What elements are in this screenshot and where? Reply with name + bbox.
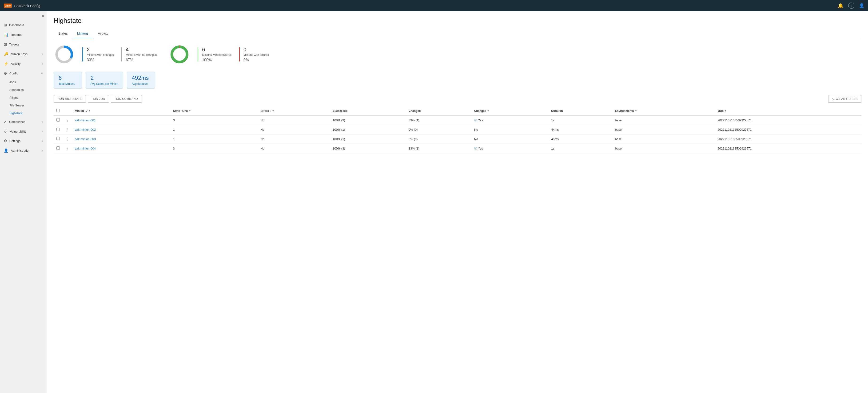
stat-divider-red — [239, 47, 240, 61]
row-menu-button[interactable]: ⋮ — [65, 146, 69, 150]
minion-id-filter-icon[interactable]: ▼ — [88, 110, 91, 112]
nofailures-count: 6 — [202, 47, 231, 53]
table-row: ⋮ salt-minion-001 3 No 100% (3) 33% (1) … — [54, 115, 861, 125]
sidebar-item-label: Dashboard — [9, 23, 24, 27]
user-icon[interactable]: 👤 — [859, 3, 864, 8]
cell-menu: ⋮ — [63, 115, 72, 125]
sidebar-item-label: Minion Keys — [11, 52, 28, 56]
run-highstate-button[interactable]: RUN HIGHSTATE — [54, 95, 86, 103]
environments-filter-icon[interactable]: ▼ — [634, 110, 637, 112]
cell-succeeded: 100% (3) — [330, 115, 406, 125]
cell-environments: base — [612, 115, 715, 125]
state-runs-filter-icon[interactable]: ▼ — [189, 110, 191, 112]
avg-states-label: Avg States per Minion — [91, 82, 118, 85]
run-job-button[interactable]: RUN JOB — [88, 95, 109, 103]
minion-id-link[interactable]: salt-minion-003 — [75, 137, 96, 141]
donut-chart-changes — [54, 44, 75, 65]
chevron-right-icon: › — [42, 53, 43, 56]
bell-icon[interactable]: 🔔 — [838, 3, 843, 8]
sidebar-sub-item-highstate[interactable]: Highstate — [0, 109, 47, 117]
donut-chart-failures — [169, 44, 190, 65]
row-checkbox[interactable] — [57, 137, 60, 140]
col-changes: Changes ▼ — [471, 107, 549, 115]
sidebar-sub-item-jobs[interactable]: Jobs — [0, 78, 47, 86]
table-row: ⋮ salt-minion-002 1 No 100% (1) 0% (0) N… — [54, 125, 861, 135]
select-all-checkbox[interactable] — [57, 109, 60, 112]
sidebar-sub-item-file-server[interactable]: File Server — [0, 102, 47, 109]
sidebar: « ⊞ Dashboard 📊 Reports ⊡ Targets 🔑 Mini… — [0, 11, 47, 393]
nochanges-count: 4 — [126, 47, 157, 53]
sidebar-item-label: Compliance — [9, 120, 25, 123]
errors-filter-icon[interactable]: ▼ — [272, 110, 274, 112]
cell-errors: No — [257, 135, 330, 144]
sidebar-item-settings[interactable]: ⚙ Settings › — [0, 136, 47, 146]
cell-duration: 1s — [548, 144, 612, 153]
sidebar-item-administration[interactable]: 👤 Administration › — [0, 146, 47, 156]
cell-menu: ⋮ — [63, 135, 72, 144]
sidebar-sub-item-schedules[interactable]: Schedules — [0, 86, 47, 94]
config-icon: ⚙ — [4, 71, 7, 76]
row-checkbox[interactable] — [57, 118, 60, 121]
tab-minions[interactable]: Minions — [72, 29, 93, 38]
changes-label: Minions with changes — [87, 53, 114, 57]
table-wrapper: Minion ID ▼ State Runs ▼ — [54, 107, 861, 153]
tab-activity[interactable]: Activity — [93, 29, 113, 38]
row-menu-button[interactable]: ⋮ — [65, 118, 69, 122]
chevron-right-icon: › — [42, 139, 43, 143]
col-checkbox — [54, 107, 63, 115]
sidebar-item-compliance[interactable]: ✓ Compliance › — [0, 117, 47, 127]
svg-point-3 — [172, 47, 187, 62]
table-row: ⋮ salt-minion-003 1 No 100% (1) 0% (0) N… — [54, 135, 861, 144]
tab-states[interactable]: States — [54, 29, 72, 38]
changes-count: 2 — [87, 47, 114, 53]
cell-checkbox — [54, 125, 63, 135]
cell-jids: 20221102133509929571 — [715, 125, 861, 135]
cell-menu: ⋮ — [63, 125, 72, 135]
cell-duration: 44ms — [548, 125, 612, 135]
chevron-right-icon: › — [42, 62, 43, 65]
tabs: States Minions Activity — [54, 29, 861, 38]
minion-id-link[interactable]: salt-minion-004 — [75, 147, 96, 150]
col-changed: Changed — [406, 107, 471, 115]
sidebar-item-reports[interactable]: 📊 Reports — [0, 30, 47, 39]
changes-filter-icon[interactable]: ▼ — [487, 110, 489, 112]
row-checkbox[interactable] — [57, 146, 60, 150]
errors-sort-icon[interactable]: ↓ — [270, 110, 271, 112]
minion-keys-icon: 🔑 — [4, 52, 8, 56]
cell-state-runs: 1 — [170, 125, 257, 135]
minion-id-link[interactable]: salt-minion-001 — [75, 118, 96, 122]
stat-text-nochanges: 4 Minions with no changes 67% — [126, 47, 157, 62]
donut-changes — [54, 44, 75, 65]
cell-jids: 20221102133509929571 — [715, 115, 861, 125]
cell-minion-id: salt-minion-003 — [72, 135, 170, 144]
topnav: vmw SaltStack Config 🔔 ? 👤 — [0, 0, 868, 11]
total-minions-label: Total Minions — [59, 82, 77, 85]
run-command-button[interactable]: RUN COMMAND — [111, 95, 142, 103]
sidebar-item-dashboard[interactable]: ⊞ Dashboard — [0, 20, 47, 30]
help-icon[interactable]: ? — [848, 3, 855, 9]
collapse-button[interactable]: « — [42, 13, 44, 18]
total-minions-number: 6 — [59, 75, 77, 81]
sidebar-item-activity[interactable]: ⚡ Activity › — [0, 59, 47, 68]
sidebar-item-targets[interactable]: ⊡ Targets — [0, 39, 47, 49]
row-checkbox[interactable] — [57, 128, 60, 131]
sidebar-item-config[interactable]: ⚙ Config ∨ — [0, 68, 47, 78]
main-content: Highstate States Minions Activity — [47, 11, 868, 393]
sidebar-item-label: Config — [9, 72, 18, 75]
jids-filter-icon[interactable]: ▼ — [724, 110, 727, 112]
row-menu-button[interactable]: ⋮ — [65, 128, 69, 132]
clear-filters-button[interactable]: ▽ CLEAR FILTERS — [828, 95, 861, 103]
sidebar-item-minion-keys[interactable]: 🔑 Minion Keys › — [0, 49, 47, 59]
donut-failures — [169, 44, 190, 65]
stat-group-failures: 0 Minions with failures 0% — [239, 47, 269, 62]
minion-id-link[interactable]: salt-minion-002 — [75, 128, 96, 131]
avg-duration-label: Avg duration — [132, 82, 150, 85]
sidebar-item-label: Activity — [11, 62, 21, 65]
cell-succeeded: 100% (1) — [330, 135, 406, 144]
sidebar-sub-item-pillars[interactable]: Pillars — [0, 94, 47, 102]
row-menu-button[interactable]: ⋮ — [65, 137, 69, 141]
failures-label: Minions with failures — [244, 53, 269, 57]
cell-changes: ⓘYes — [471, 115, 549, 125]
action-bar: RUN HIGHSTATE RUN JOB RUN COMMAND ▽ CLEA… — [54, 95, 861, 103]
sidebar-item-vulnerability[interactable]: 🛡 Vulnerability › — [0, 127, 47, 136]
